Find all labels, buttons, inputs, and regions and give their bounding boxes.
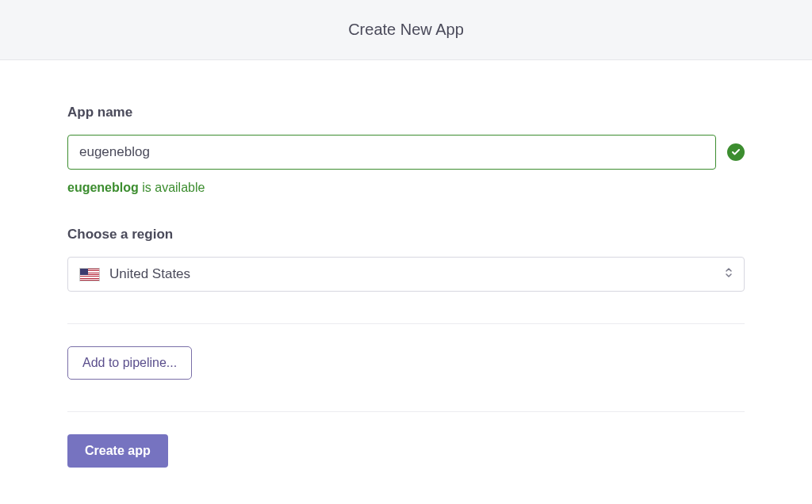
page-header: Create New App [0,0,812,60]
section-divider [67,323,745,324]
availability-message: eugeneblog is available [67,181,745,195]
add-to-pipeline-button[interactable]: Add to pipeline... [67,346,192,380]
availability-status: is available [139,181,205,194]
region-label: Choose a region [67,227,745,242]
section-divider [67,411,745,412]
page-title: Create New App [348,21,464,39]
app-name-label: App name [67,105,745,120]
region-select[interactable]: United States [67,257,745,292]
form-content: App name eugeneblog is available Choose … [0,60,812,499]
check-success-icon [727,143,745,161]
app-name-input[interactable] [67,135,716,170]
create-app-button[interactable]: Create app [67,434,168,468]
app-name-row [67,135,745,170]
region-selected-value: United States [109,266,190,282]
availability-name: eugeneblog [67,181,139,194]
us-flag-icon [79,268,100,281]
chevron-updown-icon [725,266,733,282]
